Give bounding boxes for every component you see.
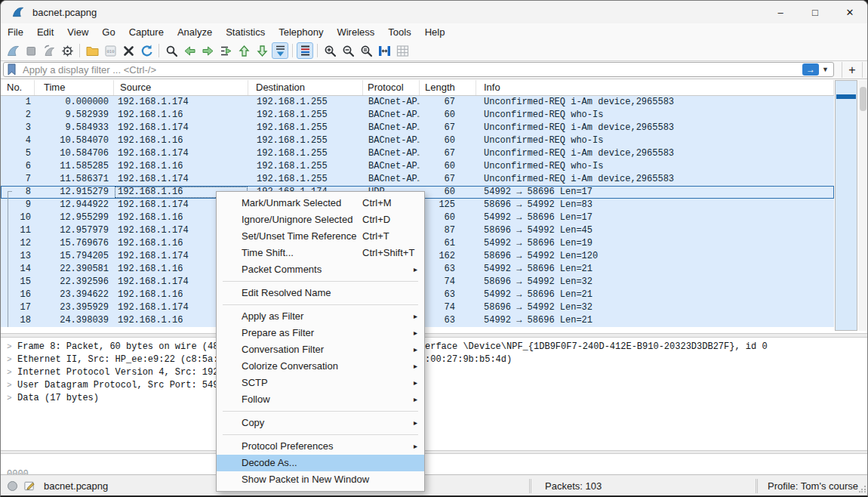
filter-bookmark-icon[interactable] (7, 63, 17, 76)
cell-info: 54992 → 58696 Len=21 (476, 289, 834, 301)
packet-row-6[interactable]: 611.585285192.168.1.16192.168.1.255BACne… (1, 160, 834, 173)
menubar-item-wireless[interactable]: Wireless (330, 23, 381, 41)
context-menu-item-sctp[interactable]: SCTP▸ (217, 375, 424, 391)
detail-line[interactable]: >Data (17 bytes) (1, 392, 868, 405)
menubar-item-capture[interactable]: Capture (122, 23, 171, 41)
expand-chevron-icon[interactable]: > (7, 353, 12, 366)
context-menu-item-conversation-filter[interactable]: Conversation Filter▸ (217, 341, 424, 358)
hex-line[interactable]: 0000 08 00 27 9b b5 4d c8 5a cf ee e9 22 (1, 455, 868, 468)
expand-chevron-icon[interactable]: > (7, 379, 12, 392)
context-menu-item-set-unset-time-reference[interactable]: Set/Unset Time ReferenceCtrl+T (217, 228, 424, 245)
packet-row-2[interactable]: 29.582939192.168.1.16192.168.1.255BACnet… (1, 109, 834, 122)
find-packet-button[interactable] (163, 42, 180, 59)
cell-time: 15.769676 (35, 237, 114, 250)
context-menu-item-mark-unmark-selected[interactable]: Mark/Unmark SelectedCtrl+M (217, 195, 424, 211)
reload-file-button[interactable] (138, 42, 155, 59)
go-first-button[interactable] (235, 42, 252, 59)
context-menu-item-time-shift[interactable]: Time Shift...Ctrl+Shift+T (217, 245, 424, 261)
detail-line[interactable]: >Internet Protocol Version 4, Src: 192.1 (1, 366, 868, 379)
context-menu-item-ignore-unignore-selected[interactable]: Ignore/Unignore SelectedCtrl+D (217, 211, 424, 228)
packet-row-1[interactable]: 10.000000192.168.1.174192.168.1.255BACne… (1, 96, 834, 109)
intelligent-scrollbar-minimap[interactable] (835, 80, 857, 331)
column-header-time[interactable]: Time (35, 80, 114, 95)
packet-row-7[interactable]: 711.586371192.168.1.174192.168.1.255BACn… (1, 173, 834, 186)
menubar-item-go[interactable]: Go (95, 23, 122, 41)
scrollbar-thumb[interactable] (860, 87, 866, 111)
menubar-item-telephony[interactable]: Telephony (272, 23, 330, 41)
go-to-packet-button[interactable] (217, 42, 234, 59)
open-file-button[interactable] (84, 42, 100, 59)
cell-info: Unconfirmed-REQ i-Am device,2965583 (476, 96, 834, 109)
detail-line[interactable]: >Ethernet II, Src: HP_ee:e9:22 (c8:5a:cf… (1, 353, 868, 366)
cell-len: 60 (420, 134, 476, 147)
menubar-item-view[interactable]: View (60, 23, 95, 41)
context-menu-item-packet-comments[interactable]: Packet Comments▸ (217, 261, 424, 278)
context-menu-item-show-packet-in-new-window[interactable]: Show Packet in New Window (217, 471, 424, 488)
column-header-no[interactable]: No. (1, 80, 35, 95)
go-back-button[interactable] (181, 42, 198, 59)
capture-comment-icon[interactable] (23, 480, 35, 492)
restart-capture-button[interactable] (41, 42, 57, 59)
column-header-destination[interactable]: Destination (248, 80, 363, 95)
start-capture-button[interactable] (5, 42, 21, 59)
colorize-button[interactable] (297, 42, 313, 59)
go-last-button[interactable] (254, 42, 270, 59)
detail-line[interactable]: >User Datagram Protocol, Src Port: 54992 (1, 379, 868, 392)
cell-len: 67 (420, 147, 476, 160)
expand-chevron-icon[interactable]: > (7, 392, 12, 405)
context-menu-item-follow[interactable]: Follow▸ (217, 391, 424, 408)
zoom-reset-button[interactable] (358, 42, 374, 59)
columns-layout-button[interactable] (394, 42, 411, 59)
auto-scroll-button[interactable] (272, 42, 288, 59)
menubar-item-file[interactable]: File (1, 23, 30, 41)
context-menu-item-edit-resolved-name[interactable]: Edit Resolved Name (217, 285, 424, 301)
display-filter-box: → ▼ (3, 62, 834, 77)
menubar-item-tools[interactable]: Tools (381, 23, 417, 41)
zoom-out-button[interactable] (340, 42, 356, 59)
maximize-button[interactable]: □ (798, 1, 833, 23)
cell-proto: BACnet-AP… (363, 109, 420, 122)
expand-chevron-icon[interactable]: > (7, 366, 12, 379)
context-menu-item-prepare-as-filter[interactable]: Prepare as Filter▸ (217, 325, 424, 341)
save-file-button[interactable]: 010 (102, 42, 119, 59)
expert-info-icon[interactable] (7, 480, 18, 492)
detail-line[interactable]: >Frame 8: Packet, 60 bytes on wire (480e… (1, 341, 868, 353)
menu-item-label: Decode As... (242, 455, 297, 471)
add-filter-button[interactable]: + (842, 62, 863, 78)
cell-len: 63 (420, 289, 476, 301)
menubar-item-edit[interactable]: Edit (30, 23, 60, 41)
cell-info: 54992 → 58696 Len=17 (476, 211, 834, 224)
cell-time: 15.794205 (35, 250, 114, 263)
context-menu-item-colorize-conversation[interactable]: Colorize Conversation▸ (217, 358, 424, 375)
apply-filter-button[interactable]: → (802, 63, 819, 76)
capture-options-button[interactable] (59, 42, 75, 59)
column-header-protocol[interactable]: Protocol (363, 80, 420, 95)
packet-row-4[interactable]: 410.584070192.168.1.16192.168.1.255BACne… (1, 134, 834, 147)
packet-row-5[interactable]: 510.584706192.168.1.174192.168.1.255BACn… (1, 147, 834, 160)
vertical-scrollbar[interactable] (858, 80, 868, 331)
minimize-button[interactable]: – (763, 1, 798, 23)
expand-chevron-icon[interactable]: > (7, 341, 12, 353)
context-menu-item-apply-as-filter[interactable]: Apply as Filter▸ (217, 308, 424, 325)
resize-grip[interactable] (859, 483, 866, 495)
column-header-length[interactable]: Length (420, 80, 476, 95)
packet-row-3[interactable]: 39.584933192.168.1.174192.168.1.255BACne… (1, 122, 834, 134)
pane-splitter-top[interactable] (1, 333, 868, 338)
close-button[interactable]: ✕ (833, 1, 867, 23)
context-menu-item-protocol-preferences[interactable]: Protocol Preferences▸ (217, 438, 424, 455)
zoom-in-button[interactable] (322, 42, 338, 59)
close-file-button[interactable] (120, 42, 137, 59)
context-menu-item-decode-as[interactable]: Decode As... (217, 455, 424, 471)
profile-selector[interactable]: Profile: Tom's course (768, 475, 858, 497)
menubar-item-analyze[interactable]: Analyze (171, 23, 219, 41)
filter-dropdown-caret-icon[interactable]: ▼ (822, 66, 829, 73)
menubar-item-statistics[interactable]: Statistics (219, 23, 272, 41)
resize-columns-button[interactable] (376, 42, 392, 59)
column-header-info[interactable]: Info (476, 80, 834, 95)
display-filter-input[interactable] (21, 63, 802, 76)
go-forward-button[interactable] (199, 42, 216, 59)
stop-capture-button[interactable] (23, 42, 39, 59)
menubar-item-help[interactable]: Help (418, 23, 452, 41)
context-menu-item-copy[interactable]: Copy▸ (217, 415, 424, 431)
column-header-source[interactable]: Source (114, 80, 248, 95)
